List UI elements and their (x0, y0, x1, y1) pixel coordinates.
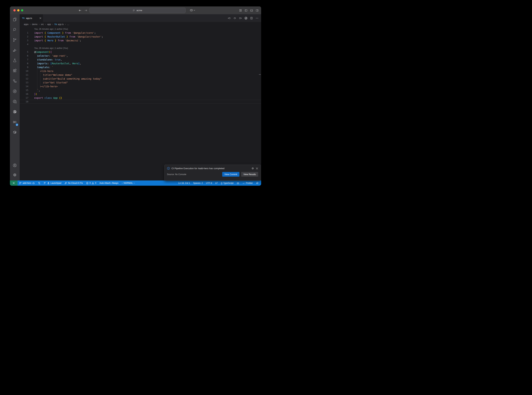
encoding-status[interactable]: UTF-8 (204, 181, 214, 186)
editor[interactable]: You, 26 minutes ago | 1 author (You)1imp… (20, 27, 261, 181)
breadcrumb-separator: › (30, 23, 31, 26)
flag-icon (44, 182, 46, 184)
wrench-icon (64, 182, 67, 184)
problems-status[interactable]: 0 0 (84, 181, 98, 186)
git-branch-icon (19, 182, 22, 184)
more-actions-icon[interactable] (255, 16, 259, 20)
breadcrumb-separator: › (45, 23, 46, 26)
copilot-status[interactable] (235, 181, 241, 186)
graph-search-icon (12, 99, 17, 104)
toggle-panel-button[interactable] (250, 9, 253, 12)
compare-changes-button[interactable] (36, 181, 42, 186)
breadcrumb-item-file[interactable]: TS app.ts (54, 23, 64, 26)
sidebar-item-gitlens-search[interactable] (10, 96, 20, 107)
breadcrumb-item-src[interactable]: src (41, 23, 44, 26)
vim-mode-status[interactable]: -- NORMAL -- (120, 181, 137, 186)
zoom-window-button[interactable] (21, 9, 23, 11)
nav-back-icon[interactable] (228, 16, 231, 20)
status-bar: add-hero Launchpad Nx Cloud AI Fix 0 0 (10, 181, 261, 186)
notification-settings-gear-icon[interactable] (251, 167, 254, 170)
view-results-button[interactable]: View Results (241, 172, 258, 177)
close-tab-button[interactable] (39, 17, 41, 19)
sidebar-item-source-control[interactable] (10, 35, 20, 45)
language-status[interactable]: {} TypeScript (219, 181, 235, 186)
title-bar: acme (10, 6, 261, 14)
split-editor-icon[interactable] (250, 16, 253, 20)
tab-app-ts[interactable]: TS app.ts (20, 14, 43, 22)
notification-close-icon[interactable] (256, 167, 258, 170)
sidebar-item-containers[interactable] (10, 127, 20, 137)
indent-guide (40, 69, 40, 88)
breadcrumb-item-symbol[interactable]: … (67, 23, 69, 26)
breadcrumb-item-app[interactable]: app (47, 23, 51, 26)
warning-icon (91, 182, 94, 184)
code-line: 18 (20, 100, 261, 104)
code-line: 12 subtitle="Build something amazing tod… (20, 77, 261, 81)
nav-forward-icon[interactable] (239, 16, 242, 20)
sidebar-item-run-debug[interactable] (10, 45, 20, 55)
search-icon (133, 9, 135, 12)
code-line: 16}) (20, 92, 261, 96)
history-forward-button[interactable] (84, 9, 88, 12)
tab-bar: TS app.ts (20, 14, 261, 22)
beaker-icon (12, 58, 17, 63)
sidebar-item-testing[interactable] (10, 55, 20, 66)
breadcrumb-item-apps[interactable]: apps (24, 23, 28, 26)
error-icon (86, 182, 89, 184)
notification-source: Source: Nx Console (167, 173, 220, 176)
circled-graph-icon (12, 89, 17, 93)
info-icon (167, 167, 170, 170)
nx-console-badge: 2 (15, 123, 19, 126)
activity-bar: 2 (10, 14, 20, 181)
code-line: 4 (20, 42, 261, 46)
code-line: 9 template: ` (20, 65, 261, 69)
nx-cloud-ai-fix-button[interactable]: Nx Cloud AI Fix (63, 181, 84, 186)
notifications-bell-button[interactable] (254, 181, 260, 186)
launchpad-button[interactable]: Launchpad (42, 181, 63, 186)
view-commit-button[interactable]: View Commit (222, 172, 239, 177)
sidebar-item-edge-browser[interactable] (10, 107, 20, 117)
tab-label: app.ts (26, 17, 32, 19)
sidebar-item-search[interactable] (10, 25, 20, 35)
notification-title: CI Pipeline Execution for #add-hero has … (172, 167, 250, 170)
settings-button[interactable] (10, 170, 20, 180)
cursor-position-status[interactable]: Ln 18, Col 1 (177, 181, 191, 186)
code-line: 13 cta="Get Started" (20, 81, 261, 84)
traffic-lights (13, 9, 23, 11)
search-text: acme (136, 9, 142, 12)
formatter-status[interactable]: Prettier (241, 181, 254, 186)
rocket-icon (47, 182, 50, 184)
sidebar-item-explorer[interactable] (10, 14, 20, 25)
git-branch-icon (12, 38, 17, 42)
nav-circle-icon[interactable] (233, 16, 236, 20)
branch-status[interactable]: add-hero (17, 181, 36, 186)
container-icon (12, 130, 17, 135)
search-input[interactable]: acme (90, 8, 186, 13)
remote-indicator[interactable] (10, 181, 17, 186)
code-line: 11 title="Welcmoe demo" (20, 73, 261, 77)
eol-status[interactable]: LF (214, 181, 220, 186)
notification-toast: CI Pipeline Execution for #add-hero has … (164, 165, 261, 181)
code-line: 14 ></lib-hero> (20, 84, 261, 88)
hierarchy-icon (12, 79, 17, 83)
blame-annotation: You, 26 minutes ago | 1 author (You) (20, 46, 261, 50)
code-line: 17export class App {} (20, 96, 261, 100)
toggle-secondary-sidebar-button[interactable] (256, 9, 259, 12)
breadcrumb-item-demo[interactable]: demo (32, 23, 37, 26)
copilot-menu-button[interactable] (190, 9, 195, 12)
close-window-button[interactable] (13, 9, 16, 11)
customize-layout-button[interactable] (239, 9, 242, 12)
indentation-status[interactable]: Spaces: 2 (192, 181, 204, 186)
sidebar-item-commit-graph[interactable] (10, 86, 20, 96)
commit-graph-icon[interactable] (244, 16, 247, 20)
auto-attach-status[interactable]: Auto Attach: Always (98, 181, 120, 186)
sidebar-item-nx-console[interactable]: 2 (10, 117, 20, 127)
vscode-window: acme (10, 6, 261, 186)
code-line: 8 imports: [RouterOutlet, Hero], (20, 61, 261, 65)
history-back-button[interactable] (78, 9, 82, 12)
accounts-button[interactable] (10, 160, 20, 170)
sidebar-item-extensions[interactable] (10, 66, 20, 76)
toggle-primary-sidebar-button[interactable] (244, 9, 247, 12)
minimize-window-button[interactable] (17, 9, 19, 11)
sidebar-item-project-structure[interactable] (10, 76, 20, 86)
